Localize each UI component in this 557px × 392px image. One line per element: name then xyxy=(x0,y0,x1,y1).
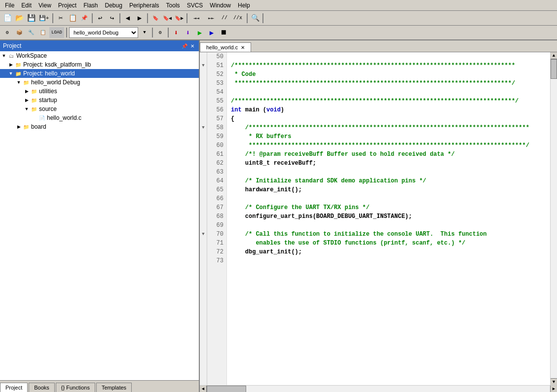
tab-templates[interactable]: Templates xyxy=(96,383,132,392)
fold-62[interactable] xyxy=(200,159,207,168)
tab-functions[interactable]: {} Functions xyxy=(56,383,95,392)
tree-source[interactable]: ▼ 📁 source xyxy=(0,105,199,113)
load-btn[interactable]: LOAD xyxy=(49,27,64,38)
menu-flash[interactable]: Flash xyxy=(80,1,101,10)
hscrollbar-right-btn[interactable]: ▶ xyxy=(550,386,557,392)
tb2-btn4[interactable]: 📋 xyxy=(37,27,48,38)
debug-config-dropdown[interactable]: hello_world Debug xyxy=(69,27,138,38)
bookmark-nav1[interactable]: 🔖◀ xyxy=(162,13,173,24)
fold-57[interactable] xyxy=(200,114,207,123)
find-btn[interactable]: 🔍 xyxy=(250,13,260,24)
download-btn[interactable]: ⬇ xyxy=(171,27,182,38)
comment-btn[interactable]: // xyxy=(219,13,230,24)
cut-btn[interactable]: ✂ xyxy=(55,13,66,24)
build-run-btn[interactable]: ▶ xyxy=(194,27,205,38)
menu-edit[interactable]: Edit xyxy=(18,1,35,10)
fold-73[interactable] xyxy=(200,256,207,265)
nav-fwd-btn[interactable]: ▶ xyxy=(134,13,145,24)
fold-58[interactable]: ▼ xyxy=(200,123,207,132)
tab-project[interactable]: Project xyxy=(0,383,28,392)
menu-help[interactable]: Help xyxy=(235,1,253,10)
tree-workspace[interactable]: ▼ 🗂 WorkSpace xyxy=(0,51,199,60)
hscrollbar-thumb[interactable] xyxy=(207,386,246,392)
undo-btn[interactable]: ↩ xyxy=(95,13,106,24)
editor-hscrollbar[interactable]: ◀ ▶ xyxy=(200,385,557,392)
bookmark-nav2[interactable]: 🔖▶ xyxy=(174,13,185,24)
debug-run-btn[interactable]: ▶ xyxy=(206,27,217,38)
tree-hw-debug[interactable]: ▼ 📁 hello_world Debug xyxy=(0,78,199,87)
new-file-btn[interactable]: 📄 xyxy=(2,13,13,24)
save-all-btn[interactable]: 💾+ xyxy=(37,13,50,24)
fold-61[interactable] xyxy=(200,150,207,159)
tb2-btn2[interactable]: 📦 xyxy=(14,27,25,38)
project-panel-close[interactable]: ✕ xyxy=(189,42,196,49)
fold-67[interactable] xyxy=(200,203,207,212)
ln-67: 67 xyxy=(207,203,226,212)
download2-btn[interactable]: ⬇ xyxy=(183,27,193,38)
save-btn[interactable]: 💾 xyxy=(26,13,37,24)
menu-peripherals[interactable]: Peripherals xyxy=(126,1,162,10)
fold-68[interactable] xyxy=(200,212,207,221)
menu-svcs[interactable]: SVCS xyxy=(184,1,206,10)
menu-tools[interactable]: Tools xyxy=(163,1,183,10)
fold-54[interactable] xyxy=(200,88,207,97)
ln-58: 58 xyxy=(207,123,226,132)
redo-btn[interactable]: ↪ xyxy=(107,13,117,24)
fold-69[interactable] xyxy=(200,221,207,230)
tree-startup[interactable]: ▶ 📁 startup xyxy=(0,96,199,105)
indent-btn[interactable]: ⇥⇥ xyxy=(189,13,203,24)
fold-50[interactable] xyxy=(200,52,207,61)
menu-window[interactable]: Window xyxy=(207,1,234,10)
uncomment-btn[interactable]: //x xyxy=(231,13,245,24)
nav-back-btn[interactable]: ◀ xyxy=(122,13,133,24)
fold-66[interactable] xyxy=(200,194,207,203)
scrollbar-down-btn[interactable]: ▼ xyxy=(551,378,557,385)
fold-53[interactable] xyxy=(200,79,207,88)
editor-vscrollbar[interactable]: ▲ ▼ xyxy=(550,52,557,385)
fold-71[interactable] xyxy=(200,239,207,248)
fold-70[interactable]: ▼ xyxy=(200,230,207,239)
tree-hello-world-proj[interactable]: ▼ 📁 Project: hello_world xyxy=(0,69,199,78)
editor-content[interactable]: ▼ ▼ ▼ xyxy=(200,52,557,385)
stop-btn[interactable]: ⏹ xyxy=(218,27,229,38)
fold-52[interactable] xyxy=(200,70,207,79)
fold-72[interactable] xyxy=(200,248,207,256)
tree-utilities[interactable]: ▶ 📁 utilities xyxy=(0,87,199,96)
project-panel-pin[interactable]: 📌 xyxy=(181,42,188,49)
utilities-label: utilities xyxy=(39,88,57,95)
menu-file[interactable]: File xyxy=(2,1,17,10)
fold-64[interactable] xyxy=(200,177,207,185)
menu-debug[interactable]: Debug xyxy=(102,1,125,10)
hscrollbar-left-btn[interactable]: ◀ xyxy=(200,386,207,392)
fold-55[interactable] xyxy=(200,97,207,106)
editor-tab-close-btn[interactable]: ✕ xyxy=(241,45,245,50)
fold-56[interactable] xyxy=(200,106,207,114)
scrollbar-thumb[interactable] xyxy=(551,59,557,79)
menu-project[interactable]: Project xyxy=(55,1,79,10)
fold-59[interactable] xyxy=(200,132,207,141)
unindent-btn[interactable]: ⇤⇤ xyxy=(204,13,218,24)
config-dropdown-btn[interactable]: ▼ xyxy=(139,27,150,38)
code-area[interactable]: /***************************************… xyxy=(227,52,550,385)
fold-65[interactable] xyxy=(200,185,207,194)
tree-ksdk[interactable]: ▶ 📁 Project: ksdk_platform_lib xyxy=(0,60,199,69)
tb2-options-btn[interactable]: ⚙ xyxy=(155,27,166,38)
copy-btn[interactable]: 📋 xyxy=(67,13,78,24)
menu-view[interactable]: View xyxy=(36,1,54,10)
ln-65: 65 xyxy=(207,185,226,194)
editor-tab-hw-c[interactable]: hello_world.c ✕ xyxy=(200,42,251,52)
fold-63[interactable] xyxy=(200,168,207,177)
tb2-btn3[interactable]: 🔧 xyxy=(26,27,37,38)
fold-51[interactable]: ▼ xyxy=(200,61,207,70)
tb2-btn1[interactable]: ⚙ xyxy=(2,27,13,38)
source-icon: 📁 xyxy=(30,105,38,113)
fold-60[interactable] xyxy=(200,141,207,150)
tree-hw-c[interactable]: ▶ 📄 hello_world.c xyxy=(0,113,199,122)
open-btn[interactable]: 📂 xyxy=(14,13,25,24)
tab-books[interactable]: Books xyxy=(29,383,55,392)
scrollbar-up-btn[interactable]: ▲ xyxy=(551,52,557,59)
bookmark-btn[interactable]: 🔖 xyxy=(150,13,161,24)
hw-debug-label: hello_world Debug xyxy=(31,79,80,86)
paste-btn[interactable]: 📌 xyxy=(79,13,90,24)
tree-board[interactable]: ▶ 📁 board xyxy=(0,122,199,131)
